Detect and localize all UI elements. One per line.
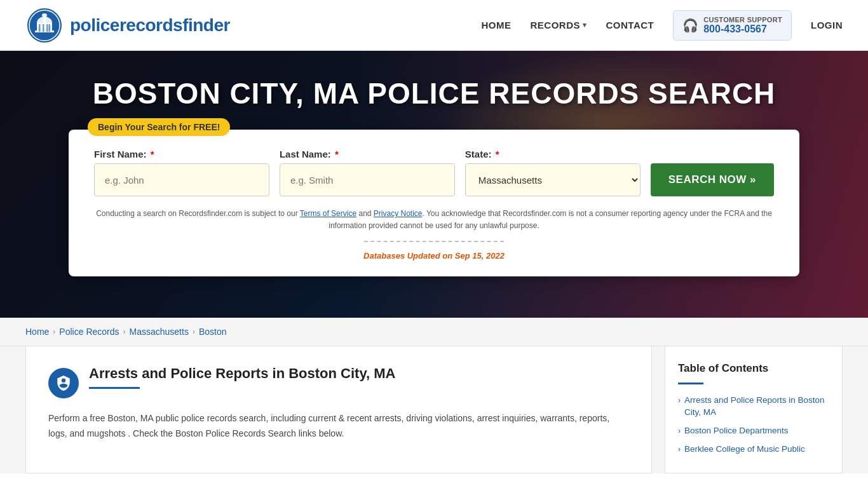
toc-link-1[interactable]: Arrests and Police Reports in Boston Cit… bbox=[684, 395, 829, 419]
article-header: Arrests and Police Reports in Boston Cit… bbox=[48, 365, 629, 398]
main-article: Arrests and Police Reports in Boston Cit… bbox=[25, 346, 652, 473]
toc-chevron-icon-3: › bbox=[678, 445, 681, 454]
breadcrumb-home[interactable]: Home bbox=[25, 327, 49, 337]
article-title-wrap: Arrests and Police Reports in Boston Cit… bbox=[89, 365, 629, 389]
privacy-link[interactable]: Privacy Notice bbox=[374, 209, 423, 218]
last-name-label: Last Name: * bbox=[280, 149, 455, 159]
toc-chevron-icon-1: › bbox=[678, 396, 681, 405]
svg-rect-7 bbox=[39, 24, 41, 32]
nav-home[interactable]: HOME bbox=[481, 20, 511, 30]
customer-support-box[interactable]: 🎧 CUSTOMER SUPPORT 800-433-0567 bbox=[673, 10, 792, 41]
toc-title: Table of Contents bbox=[678, 362, 829, 375]
search-form: First Name: * Last Name: * State: * Ma bbox=[94, 149, 774, 196]
article-title: Arrests and Police Reports in Boston Cit… bbox=[89, 365, 629, 382]
toc-chevron-icon-2: › bbox=[678, 426, 681, 435]
toc-list: › Arrests and Police Reports in Boston C… bbox=[678, 395, 829, 456]
nav-contact[interactable]: CONTACT bbox=[606, 20, 654, 30]
first-name-input[interactable] bbox=[94, 163, 269, 196]
breadcrumb-current: Boston bbox=[199, 327, 227, 337]
logo-link[interactable]: policerecordsfinder bbox=[25, 6, 230, 44]
required-asterisk: * bbox=[148, 149, 154, 159]
logo-icon bbox=[25, 6, 64, 44]
hero-content: BOSTON CITY, MA POLICE RECORDS SEARCH Be… bbox=[0, 51, 868, 276]
toc-item-3: › Berklee College of Music Public bbox=[678, 444, 829, 456]
db-updated: Databases Updated on Sep 15, 2022 bbox=[94, 251, 774, 261]
logo-text: policerecordsfinder bbox=[70, 15, 230, 36]
svg-rect-9 bbox=[46, 24, 48, 32]
state-group: State: * Massachusetts Alabama Alaska Ca… bbox=[465, 149, 641, 196]
badge-icon bbox=[55, 375, 72, 391]
db-date: Sep 15, 2022 bbox=[455, 251, 505, 261]
tos-link[interactable]: Terms of Service bbox=[300, 209, 356, 218]
breadcrumb-separator-1: › bbox=[53, 327, 55, 336]
sidebar-toc: Table of Contents › Arrests and Police R… bbox=[665, 346, 843, 473]
nav-records[interactable]: RECORDS ▾ bbox=[530, 20, 587, 30]
article-icon bbox=[48, 368, 79, 398]
required-asterisk: * bbox=[332, 149, 339, 159]
toc-item-1: › Arrests and Police Reports in Boston C… bbox=[678, 395, 829, 419]
title-underline bbox=[89, 387, 140, 389]
svg-rect-4 bbox=[35, 30, 54, 32]
headphone-icon: 🎧 bbox=[682, 18, 698, 33]
search-button[interactable]: SEARCH NOW » bbox=[651, 163, 774, 196]
support-text-group: CUSTOMER SUPPORT 800-433-0567 bbox=[703, 16, 782, 35]
state-select[interactable]: Massachusetts Alabama Alaska California … bbox=[465, 163, 641, 196]
first-name-label: First Name: * bbox=[94, 149, 269, 159]
support-label: CUSTOMER SUPPORT bbox=[703, 16, 782, 24]
hero-section: BOSTON CITY, MA POLICE RECORDS SEARCH Be… bbox=[0, 51, 868, 318]
toc-divider bbox=[678, 383, 703, 384]
content-area: Arrests and Police Reports in Boston Cit… bbox=[0, 346, 868, 473]
last-name-input[interactable] bbox=[280, 163, 455, 196]
toc-item-2: › Boston Police Departments bbox=[678, 425, 829, 437]
nav-login[interactable]: LOGIN bbox=[811, 20, 843, 30]
hero-title: BOSTON CITY, MA POLICE RECORDS SEARCH bbox=[93, 76, 776, 111]
free-badge: Begin Your Search for FREE! bbox=[88, 118, 230, 136]
svg-point-6 bbox=[42, 13, 47, 17]
article-body: Perform a free Boston, MA public police … bbox=[48, 411, 629, 442]
svg-rect-8 bbox=[43, 24, 44, 32]
breadcrumb-separator-3: › bbox=[193, 327, 195, 336]
site-header: policerecordsfinder HOME RECORDS ▾ CONTA… bbox=[0, 0, 868, 51]
disclaimer-text: Conducting a search on Recordsfinder.com… bbox=[94, 208, 774, 232]
divider bbox=[364, 241, 504, 242]
breadcrumb: Home › Police Records › Massachusetts › … bbox=[0, 318, 868, 346]
breadcrumb-police-records[interactable]: Police Records bbox=[59, 327, 119, 337]
state-label: State: * bbox=[465, 149, 641, 159]
toc-link-3[interactable]: Berklee College of Music Public bbox=[684, 444, 805, 456]
main-nav: HOME RECORDS ▾ CONTACT 🎧 CUSTOMER SUPPOR… bbox=[481, 10, 843, 41]
toc-link-2[interactable]: Boston Police Departments bbox=[684, 425, 789, 437]
breadcrumb-massachusetts[interactable]: Massachusetts bbox=[130, 327, 189, 337]
chevron-down-icon: ▾ bbox=[583, 21, 587, 29]
last-name-group: Last Name: * bbox=[280, 149, 455, 196]
svg-rect-10 bbox=[49, 24, 51, 32]
search-card: Begin Your Search for FREE! First Name: … bbox=[69, 130, 799, 276]
breadcrumb-separator-2: › bbox=[123, 327, 126, 336]
support-number: 800-433-0567 bbox=[703, 24, 782, 35]
required-asterisk: * bbox=[493, 149, 499, 159]
first-name-group: First Name: * bbox=[94, 149, 269, 196]
